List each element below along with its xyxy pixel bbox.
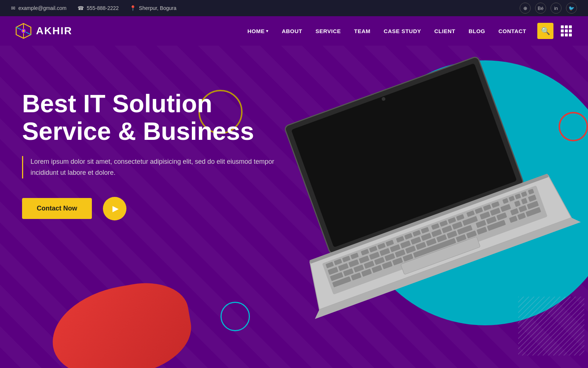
hero-description: Lorem ipsum dolor sit amet, consectetur … xyxy=(22,156,279,178)
logo-icon xyxy=(15,22,32,40)
svg-line-4 xyxy=(16,27,21,30)
grid-dot xyxy=(569,33,572,36)
topbar: ✉ example@gmail.com ☎ 555-888-2222 📍 She… xyxy=(0,0,588,16)
contact-now-button[interactable]: Contact Now xyxy=(22,198,92,219)
nav-about[interactable]: ABOUT xyxy=(282,28,302,34)
play-button[interactable] xyxy=(103,197,126,220)
social-linkedin[interactable]: in xyxy=(551,3,562,14)
teal-circle-deco xyxy=(220,302,250,331)
hero-actions: Contact Now xyxy=(22,197,279,220)
nav-client[interactable]: CLIENT xyxy=(434,28,455,34)
phone-icon: ☎ xyxy=(78,5,84,11)
home-dropdown-icon: ▾ xyxy=(266,29,269,33)
nav-case-study[interactable]: CASE STUDY xyxy=(384,28,421,34)
social-twitter[interactable]: 🐦 xyxy=(566,3,577,14)
grid-dot xyxy=(561,25,564,28)
nav-home[interactable]: HOME ▾ xyxy=(247,28,269,34)
topbar-location: 📍 Sherpur, Bogura xyxy=(130,5,176,11)
svg-line-5 xyxy=(26,32,31,35)
grid-dot xyxy=(565,25,568,28)
logo[interactable]: AKHIR xyxy=(15,22,72,40)
email-icon: ✉ xyxy=(11,5,15,11)
logo-text: AKHIR xyxy=(36,25,72,37)
laptop-illustration xyxy=(272,57,588,358)
search-button[interactable]: 🔍 xyxy=(537,23,553,39)
grid-dot xyxy=(569,29,572,32)
laptop-svg xyxy=(272,57,588,358)
grid-menu-button[interactable] xyxy=(559,24,573,38)
social-dribbble[interactable]: ⊕ xyxy=(520,3,531,14)
grid-dot xyxy=(561,33,564,36)
grid-dot xyxy=(565,33,568,36)
location-icon: 📍 xyxy=(130,5,136,11)
nav-actions: 🔍 xyxy=(537,23,573,39)
svg-point-6 xyxy=(22,30,25,32)
navbar: AKHIR HOME ▾ ABOUT SERVICE TEAM CASE STU… xyxy=(0,16,588,46)
search-icon: 🔍 xyxy=(541,26,550,35)
nav-blog[interactable]: BLOG xyxy=(469,28,485,34)
hero-title: Best IT Solution Service & Business xyxy=(22,90,279,145)
hero-content: Best IT Solution Service & Business Lore… xyxy=(22,90,279,220)
grid-dot xyxy=(561,29,564,32)
nav-service[interactable]: SERVICE xyxy=(315,28,341,34)
hero-section: Best IT Solution Service & Business Lore… xyxy=(0,46,588,368)
grid-dot xyxy=(569,25,572,28)
nav-contact[interactable]: CONTACT xyxy=(498,28,526,34)
red-blob-deco xyxy=(45,276,198,368)
social-behance[interactable]: Bé xyxy=(535,3,546,14)
grid-dot xyxy=(565,29,568,32)
topbar-phone: ☎ 555-888-2222 xyxy=(78,5,119,11)
topbar-left: ✉ example@gmail.com ☎ 555-888-2222 📍 She… xyxy=(11,5,176,11)
main-nav: HOME ▾ ABOUT SERVICE TEAM CASE STUDY CLI… xyxy=(247,28,526,34)
topbar-social: ⊕ Bé in 🐦 xyxy=(520,3,577,14)
topbar-email: ✉ example@gmail.com xyxy=(11,5,67,11)
nav-team[interactable]: TEAM xyxy=(354,28,371,34)
